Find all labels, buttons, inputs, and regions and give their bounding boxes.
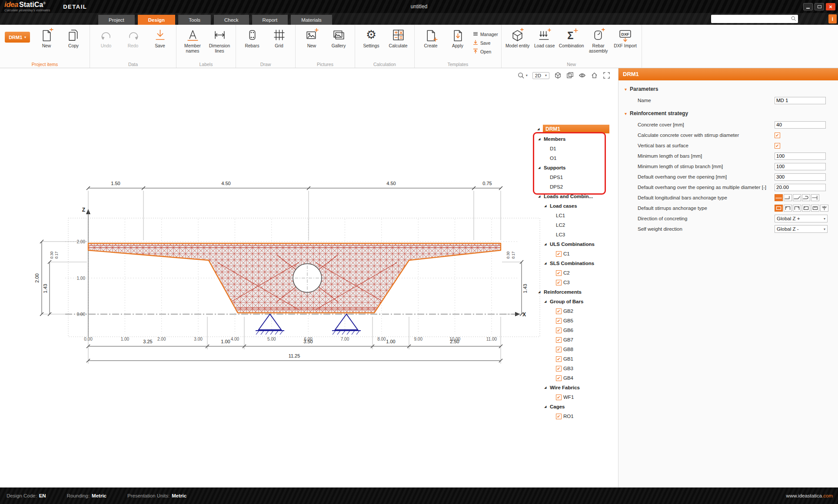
rebar-assembly-button[interactable]: Rebar assembly — [585, 27, 612, 53]
tree-item-members[interactable]: ◢Members — [537, 134, 609, 144]
stirrup-hook-b-icon[interactable] — [793, 205, 801, 212]
name-input[interactable] — [775, 97, 826, 104]
dimension-lines-button[interactable]: Dimension lines — [206, 27, 233, 53]
stirrup-closed-icon[interactable] — [775, 205, 783, 212]
tree-item-gb8[interactable]: ✔GB8 — [537, 345, 609, 354]
visibility-button[interactable] — [579, 72, 586, 79]
gallery-button[interactable]: Gallery — [326, 27, 352, 49]
hook-90-anchorage-icon[interactable] — [784, 194, 792, 201]
tree-item-dps2[interactable]: DPS2 — [537, 182, 609, 192]
tree-item-group-of-bars[interactable]: ◢Group of Bars — [537, 297, 609, 306]
checkbox[interactable]: ✔ — [556, 270, 562, 276]
calculate-concrete-cover-with-stirrup-diameter-checkbox[interactable]: ✔ — [775, 133, 780, 138]
tab-materials[interactable]: Materials — [291, 15, 332, 25]
views-button[interactable] — [566, 72, 574, 79]
expander-icon[interactable]: ◢ — [538, 195, 544, 198]
tree-item-c2[interactable]: ✔C2 — [537, 268, 609, 278]
stirrup-hook-d-icon[interactable] — [811, 205, 819, 212]
expander-icon[interactable]: ◢ — [544, 300, 550, 303]
direction-of-concreting-select[interactable]: Global Z +▾ — [775, 215, 828, 222]
copy-project-item-button[interactable]: Copy — [60, 27, 86, 49]
dxf-import-button[interactable]: DXF DXF Import — [612, 27, 638, 49]
stirrup-hook-e-icon[interactable] — [820, 205, 828, 212]
template-open-button[interactable]: Open — [472, 48, 498, 55]
checkbox[interactable]: ✔ — [556, 414, 562, 419]
tree-item-load-cases[interactable]: ◢Load cases — [537, 201, 609, 211]
checkbox[interactable]: ✔ — [556, 251, 562, 257]
tree-item-wire-fabrics[interactable]: ◢Wire Fabrics — [537, 383, 609, 392]
checkbox[interactable]: ✔ — [556, 395, 562, 400]
self-weight-direction-select[interactable]: Global Z -▾ — [775, 225, 828, 233]
tab-project[interactable]: Project — [98, 15, 135, 25]
tree-item-gb1[interactable]: ✔GB1 — [537, 354, 609, 364]
expander-icon[interactable]: ◢ — [538, 137, 544, 141]
axonometry-view-button[interactable] — [554, 72, 562, 79]
support-1[interactable] — [256, 314, 284, 335]
tab-report[interactable]: Report — [252, 15, 288, 25]
tree-item-wf1[interactable]: ✔WF1 — [537, 392, 609, 402]
minimize-button[interactable] — [803, 3, 813, 10]
tree-item-uls-combinations[interactable]: ◢ULS Combinations — [537, 239, 609, 249]
default-overhang-over-the-opening-as-multiple-diameter-input[interactable] — [775, 184, 826, 191]
tree-item-sls-combinations[interactable]: ◢SLS Combinations — [537, 259, 609, 268]
expander-icon[interactable]: ◢ — [544, 386, 550, 389]
combination-button[interactable]: Σ Combination — [559, 27, 585, 49]
rebars-button[interactable]: Rebars — [239, 27, 265, 49]
search-input[interactable] — [713, 16, 791, 22]
hook-180-anchorage-icon[interactable] — [802, 194, 810, 201]
tree-item-dps1[interactable]: DPS1 — [537, 172, 609, 182]
tree-item-gb4[interactable]: ✔GB4 — [537, 373, 609, 383]
straight-anchorage-icon[interactable] — [775, 194, 783, 201]
tab-check[interactable]: Check — [214, 15, 249, 25]
member-names-button[interactable]: Member names — [180, 27, 206, 53]
active-project-item-button[interactable]: DRM1▾ — [5, 32, 30, 43]
website-link[interactable]: www.ideastatica.com — [786, 493, 833, 498]
expander-icon[interactable]: ◢ — [538, 166, 544, 169]
tree-item-lc2[interactable]: LC2 — [537, 220, 609, 230]
new-picture-button[interactable]: New — [299, 27, 325, 49]
checkbox[interactable]: ✔ — [556, 375, 562, 381]
tree-item-o1[interactable]: O1 — [537, 153, 609, 163]
model-entity-button[interactable]: Model entity — [505, 27, 531, 49]
tree-item-cages[interactable]: ◢Cages — [537, 402, 609, 411]
undo-button[interactable]: Undo — [93, 27, 119, 49]
minimum-length-of-stirrup-branch-mm-input[interactable] — [775, 163, 826, 170]
expander-icon[interactable]: ◢ — [544, 204, 550, 208]
tree-item-supports[interactable]: ◢Supports — [537, 163, 609, 172]
expander-icon[interactable]: ◢ — [537, 127, 543, 131]
apply-template-button[interactable]: Apply — [445, 27, 471, 49]
new-project-item-button[interactable]: New — [33, 27, 60, 49]
minimum-length-of-bars-mm-input[interactable] — [775, 153, 826, 160]
checkbox[interactable]: ✔ — [556, 337, 562, 343]
tree-item-d1[interactable]: D1 — [537, 144, 609, 153]
expander-icon[interactable]: ◢ — [544, 405, 550, 408]
tab-tools[interactable]: Tools — [178, 15, 211, 25]
checkbox[interactable]: ✔ — [556, 280, 562, 285]
expander-icon[interactable]: ◢ — [538, 290, 544, 294]
close-button[interactable]: × — [826, 3, 835, 10]
calculate-button[interactable]: Calculate — [385, 27, 411, 49]
checkbox[interactable]: ✔ — [556, 318, 562, 324]
tree-item-loads-and-combin-[interactable]: ◢Loads and Combin... — [537, 192, 609, 201]
checkbox[interactable]: ✔ — [556, 347, 562, 352]
tab-design[interactable]: Design — [138, 15, 175, 25]
settings-button[interactable]: ⚙ Settings — [358, 27, 384, 49]
checkbox[interactable]: ✔ — [556, 366, 562, 371]
zoom-button[interactable]: ▾ — [517, 72, 528, 79]
tree-item-lc3[interactable]: LC3 — [537, 230, 609, 239]
expander-icon[interactable]: ◢ — [544, 242, 550, 246]
view-mode-select[interactable]: 2D ▾ — [532, 72, 549, 79]
tree-item-gb2[interactable]: ✔GB2 — [537, 306, 609, 316]
tree-item-reinforcements[interactable]: ◢Reinforcements — [537, 287, 609, 297]
checkbox[interactable]: ✔ — [556, 308, 562, 314]
tree-item-gb7[interactable]: ✔GB7 — [537, 335, 609, 345]
tree-item-c1[interactable]: ✔C1 — [537, 249, 609, 259]
drawing-canvas[interactable]: 0.001.002.003.004.005.006.007.008.009.00… — [0, 68, 618, 487]
home-view-button[interactable] — [591, 72, 598, 79]
section-header-reinforcement-strategy[interactable]: ▾Reinforcement strategy — [619, 107, 838, 119]
tree-item-lc1[interactable]: LC1 — [537, 211, 609, 220]
fit-view-button[interactable] — [603, 72, 610, 79]
template-save-button[interactable]: Save — [472, 40, 498, 46]
stirrup-hook-c-icon[interactable] — [802, 205, 810, 212]
head-anchorage-icon[interactable] — [811, 194, 819, 201]
